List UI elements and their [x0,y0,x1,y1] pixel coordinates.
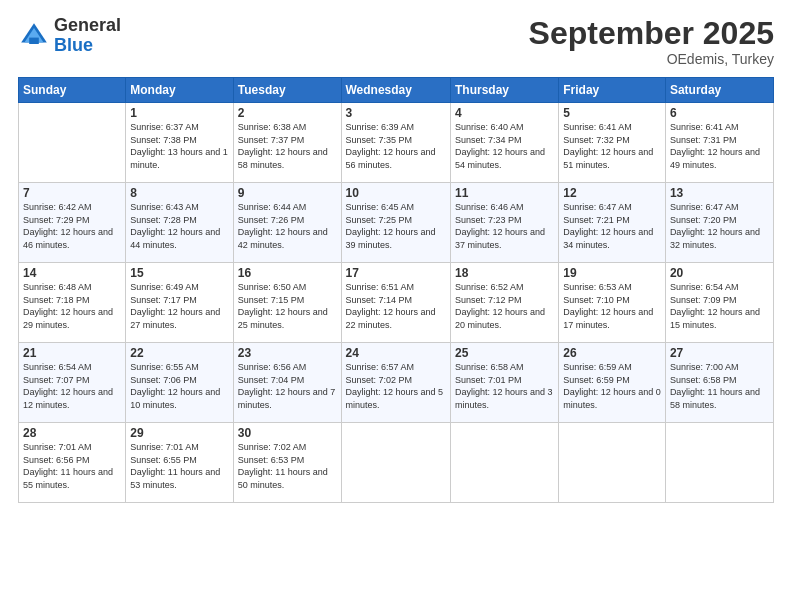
day-number: 11 [455,186,554,200]
calendar-cell: 20Sunrise: 6:54 AM Sunset: 7:09 PM Dayli… [665,263,773,343]
calendar-cell: 1Sunrise: 6:37 AM Sunset: 7:38 PM Daylig… [126,103,233,183]
svg-rect-2 [29,37,39,43]
calendar-week-0: 1Sunrise: 6:37 AM Sunset: 7:38 PM Daylig… [19,103,774,183]
calendar-cell: 19Sunrise: 6:53 AM Sunset: 7:10 PM Dayli… [559,263,666,343]
day-info: Sunrise: 6:37 AM Sunset: 7:38 PM Dayligh… [130,121,228,171]
day-info: Sunrise: 6:48 AM Sunset: 7:18 PM Dayligh… [23,281,121,331]
day-info: Sunrise: 6:54 AM Sunset: 7:09 PM Dayligh… [670,281,769,331]
day-number: 7 [23,186,121,200]
day-info: Sunrise: 6:54 AM Sunset: 7:07 PM Dayligh… [23,361,121,411]
day-info: Sunrise: 6:56 AM Sunset: 7:04 PM Dayligh… [238,361,337,411]
day-number: 15 [130,266,228,280]
day-info: Sunrise: 7:01 AM Sunset: 6:56 PM Dayligh… [23,441,121,491]
calendar-cell: 3Sunrise: 6:39 AM Sunset: 7:35 PM Daylig… [341,103,450,183]
day-number: 6 [670,106,769,120]
calendar-cell: 21Sunrise: 6:54 AM Sunset: 7:07 PM Dayli… [19,343,126,423]
day-number: 26 [563,346,661,360]
logo-text: General Blue [54,16,121,56]
calendar-cell [19,103,126,183]
day-info: Sunrise: 6:49 AM Sunset: 7:17 PM Dayligh… [130,281,228,331]
day-info: Sunrise: 6:50 AM Sunset: 7:15 PM Dayligh… [238,281,337,331]
calendar-table: SundayMondayTuesdayWednesdayThursdayFrid… [18,77,774,503]
weekday-header-wednesday: Wednesday [341,78,450,103]
calendar-cell: 25Sunrise: 6:58 AM Sunset: 7:01 PM Dayli… [450,343,558,423]
day-number: 27 [670,346,769,360]
header: General Blue September 2025 OEdemis, Tur… [18,16,774,67]
day-number: 16 [238,266,337,280]
logo-blue-text: Blue [54,36,121,56]
day-number: 1 [130,106,228,120]
weekday-header-row: SundayMondayTuesdayWednesdayThursdayFrid… [19,78,774,103]
calendar-week-3: 21Sunrise: 6:54 AM Sunset: 7:07 PM Dayli… [19,343,774,423]
calendar-cell: 6Sunrise: 6:41 AM Sunset: 7:31 PM Daylig… [665,103,773,183]
day-info: Sunrise: 6:58 AM Sunset: 7:01 PM Dayligh… [455,361,554,411]
calendar-week-1: 7Sunrise: 6:42 AM Sunset: 7:29 PM Daylig… [19,183,774,263]
day-info: Sunrise: 6:57 AM Sunset: 7:02 PM Dayligh… [346,361,446,411]
calendar-cell: 23Sunrise: 6:56 AM Sunset: 7:04 PM Dayli… [233,343,341,423]
day-info: Sunrise: 7:02 AM Sunset: 6:53 PM Dayligh… [238,441,337,491]
day-number: 14 [23,266,121,280]
calendar-cell: 2Sunrise: 6:38 AM Sunset: 7:37 PM Daylig… [233,103,341,183]
day-number: 17 [346,266,446,280]
day-info: Sunrise: 6:47 AM Sunset: 7:20 PM Dayligh… [670,201,769,251]
day-number: 13 [670,186,769,200]
day-info: Sunrise: 6:52 AM Sunset: 7:12 PM Dayligh… [455,281,554,331]
day-number: 24 [346,346,446,360]
calendar-cell: 29Sunrise: 7:01 AM Sunset: 6:55 PM Dayli… [126,423,233,503]
calendar-cell: 28Sunrise: 7:01 AM Sunset: 6:56 PM Dayli… [19,423,126,503]
calendar-cell: 30Sunrise: 7:02 AM Sunset: 6:53 PM Dayli… [233,423,341,503]
day-info: Sunrise: 6:42 AM Sunset: 7:29 PM Dayligh… [23,201,121,251]
calendar-cell: 4Sunrise: 6:40 AM Sunset: 7:34 PM Daylig… [450,103,558,183]
calendar-cell: 7Sunrise: 6:42 AM Sunset: 7:29 PM Daylig… [19,183,126,263]
day-number: 5 [563,106,661,120]
day-number: 29 [130,426,228,440]
calendar-cell: 18Sunrise: 6:52 AM Sunset: 7:12 PM Dayli… [450,263,558,343]
day-info: Sunrise: 7:00 AM Sunset: 6:58 PM Dayligh… [670,361,769,411]
day-number: 12 [563,186,661,200]
day-info: Sunrise: 6:44 AM Sunset: 7:26 PM Dayligh… [238,201,337,251]
day-number: 19 [563,266,661,280]
day-number: 18 [455,266,554,280]
day-info: Sunrise: 6:43 AM Sunset: 7:28 PM Dayligh… [130,201,228,251]
day-info: Sunrise: 6:46 AM Sunset: 7:23 PM Dayligh… [455,201,554,251]
calendar-cell: 5Sunrise: 6:41 AM Sunset: 7:32 PM Daylig… [559,103,666,183]
day-number: 30 [238,426,337,440]
calendar-week-2: 14Sunrise: 6:48 AM Sunset: 7:18 PM Dayli… [19,263,774,343]
day-info: Sunrise: 6:51 AM Sunset: 7:14 PM Dayligh… [346,281,446,331]
weekday-header-thursday: Thursday [450,78,558,103]
month-title: September 2025 [529,16,774,51]
logo-general-text: General [54,16,121,36]
day-info: Sunrise: 6:55 AM Sunset: 7:06 PM Dayligh… [130,361,228,411]
weekday-header-tuesday: Tuesday [233,78,341,103]
day-info: Sunrise: 6:41 AM Sunset: 7:31 PM Dayligh… [670,121,769,171]
day-number: 3 [346,106,446,120]
logo-icon [18,20,50,52]
calendar-cell: 13Sunrise: 6:47 AM Sunset: 7:20 PM Dayli… [665,183,773,263]
day-number: 25 [455,346,554,360]
day-info: Sunrise: 6:59 AM Sunset: 6:59 PM Dayligh… [563,361,661,411]
day-info: Sunrise: 6:53 AM Sunset: 7:10 PM Dayligh… [563,281,661,331]
page: General Blue September 2025 OEdemis, Tur… [0,0,792,612]
calendar-cell: 9Sunrise: 6:44 AM Sunset: 7:26 PM Daylig… [233,183,341,263]
location-subtitle: OEdemis, Turkey [529,51,774,67]
day-info: Sunrise: 6:39 AM Sunset: 7:35 PM Dayligh… [346,121,446,171]
weekday-header-monday: Monday [126,78,233,103]
day-number: 22 [130,346,228,360]
calendar-cell: 26Sunrise: 6:59 AM Sunset: 6:59 PM Dayli… [559,343,666,423]
calendar-cell [665,423,773,503]
calendar-cell [559,423,666,503]
day-number: 10 [346,186,446,200]
day-info: Sunrise: 6:41 AM Sunset: 7:32 PM Dayligh… [563,121,661,171]
calendar-cell: 27Sunrise: 7:00 AM Sunset: 6:58 PM Dayli… [665,343,773,423]
calendar-cell: 24Sunrise: 6:57 AM Sunset: 7:02 PM Dayli… [341,343,450,423]
day-info: Sunrise: 7:01 AM Sunset: 6:55 PM Dayligh… [130,441,228,491]
logo: General Blue [18,16,121,56]
calendar-cell: 16Sunrise: 6:50 AM Sunset: 7:15 PM Dayli… [233,263,341,343]
day-info: Sunrise: 6:38 AM Sunset: 7:37 PM Dayligh… [238,121,337,171]
day-number: 21 [23,346,121,360]
day-number: 8 [130,186,228,200]
calendar-cell: 15Sunrise: 6:49 AM Sunset: 7:17 PM Dayli… [126,263,233,343]
day-number: 28 [23,426,121,440]
calendar-cell: 17Sunrise: 6:51 AM Sunset: 7:14 PM Dayli… [341,263,450,343]
calendar-week-4: 28Sunrise: 7:01 AM Sunset: 6:56 PM Dayli… [19,423,774,503]
